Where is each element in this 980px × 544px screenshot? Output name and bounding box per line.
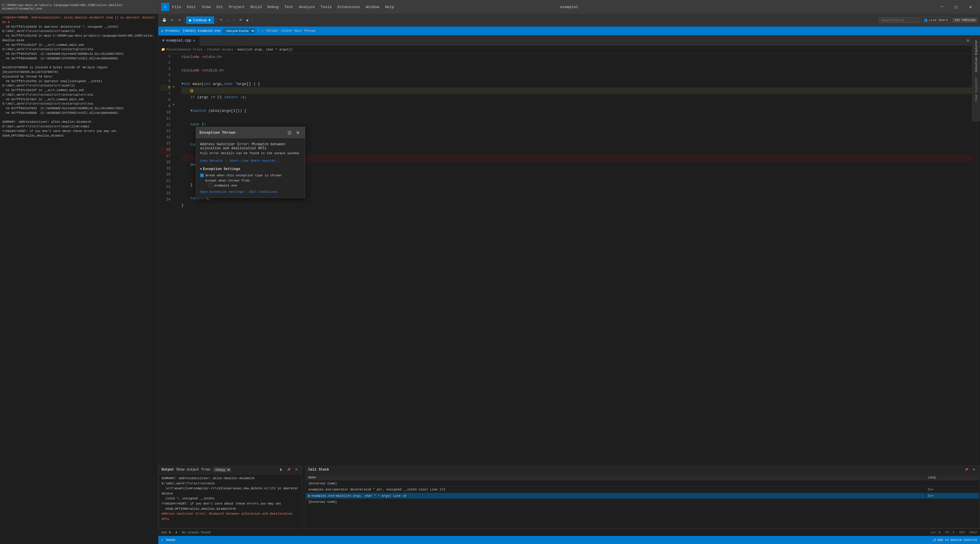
toolbar-redo[interactable]: ↪	[177, 16, 183, 24]
spc[interactable]: SPC	[959, 531, 965, 534]
step-into[interactable]: ↓	[225, 16, 230, 24]
callstack-cell: [External Code]	[306, 481, 925, 487]
line-col[interactable]: Ln: 6	[931, 531, 940, 534]
line-num: 7	[161, 91, 170, 97]
stop[interactable]: ■	[245, 16, 250, 24]
output-close[interactable]: ✕	[293, 466, 299, 473]
except-when-label: Except when thrown from:	[205, 179, 301, 182]
search-input[interactable]	[879, 17, 919, 23]
thread-label: Thread: [8184] Main Thread	[266, 29, 315, 33]
issues-label[interactable]: No issues found	[182, 531, 210, 534]
breadcrumb-misc[interactable]: Miscellaneous Files	[166, 48, 202, 51]
restart[interactable]: ↺	[237, 16, 243, 24]
process-select[interactable]: Lifecycle Events	[223, 28, 255, 34]
gutter-row	[173, 60, 178, 66]
menu-view[interactable]: View	[199, 4, 213, 10]
char-col[interactable]: Ch: 5	[945, 531, 955, 534]
output-pin[interactable]: 📌	[285, 466, 292, 473]
minimize-button[interactable]: ─	[935, 0, 948, 14]
menu-edit[interactable]: Edit	[184, 4, 199, 10]
open-exception-settings-link[interactable]: Open Exception Settings	[200, 190, 244, 194]
line-num: 13	[161, 128, 170, 134]
step-over[interactable]: ↷	[218, 16, 224, 24]
line-num: 4	[161, 72, 170, 79]
menu-project[interactable]: Project	[226, 4, 248, 10]
callstack-row-active[interactable]: ▶example1.exe!main(int argc, char * * ar…	[306, 493, 979, 499]
exception-footer: Open Exception Settings | Edit Condition…	[200, 190, 301, 194]
edit-conditions-link[interactable]: Edit Conditions	[249, 190, 278, 194]
toolbar-sep1	[184, 17, 185, 23]
callstack-cell: ▶example1.exe!main(int argc, char * * ar…	[306, 493, 925, 499]
crlf[interactable]: CRLF	[970, 531, 977, 534]
restore-button[interactable]: ◻	[950, 0, 963, 14]
breadcrumb-function[interactable]: main(int argc, char * argv[])	[237, 48, 293, 51]
step-out[interactable]: ↑	[231, 16, 236, 24]
statusbar-ready[interactable]: Ready	[166, 538, 176, 542]
code-line-5: ▼int main(int argc,char *argv[] ) {	[181, 81, 973, 87]
fold-arrow-5[interactable]: ▼	[173, 85, 178, 90]
menu-extensions[interactable]: Extensions	[335, 4, 363, 10]
popup-pin-button[interactable]: ⊡	[286, 129, 293, 136]
menu-window[interactable]: Window	[363, 4, 382, 10]
menu-test[interactable]: Test	[282, 4, 296, 10]
code-content[interactable]: #include <stdio.h> #include <stdlib.h> ▼…	[178, 54, 976, 485]
titlebar: ⚡ File Edit View Git Project Build Debug…	[158, 0, 980, 14]
line-num: 11	[161, 116, 170, 122]
output-source-select[interactable]: Debug	[213, 467, 231, 472]
callstack-row[interactable]: [External Code]	[306, 481, 979, 487]
live-share-session-link[interactable]: Start Live Share session...	[229, 159, 281, 163]
statusbar-right: ⎇ Add to Source Control	[932, 538, 977, 542]
line-num: 19	[161, 166, 170, 172]
popup-close-button[interactable]: ✕	[294, 129, 301, 136]
menu-help[interactable]: Help	[382, 4, 397, 10]
output-content: SUMMARY: AddressSanitizer: alloc-dealloc…	[159, 474, 302, 523]
callstack-title: Call Stack	[308, 467, 329, 472]
line-num: 2	[161, 60, 170, 66]
callstack-pin[interactable]: 📌	[963, 466, 970, 473]
team-explorer-tab[interactable]: Team Explorer	[974, 75, 979, 104]
split-editor[interactable]: ⊡	[965, 37, 971, 44]
callstack-row[interactable]: [External Code]	[306, 499, 979, 505]
tab-close-button[interactable]: ✕	[193, 38, 195, 43]
fold-arrow-9[interactable]: ▼	[173, 102, 178, 107]
menu-tools[interactable]: Tools	[318, 4, 335, 10]
breadcrumb-scope[interactable]: (Global Scope)	[207, 48, 233, 51]
code-line-6	[181, 87, 973, 94]
example-exe-checkbox[interactable]	[209, 183, 212, 187]
link-separator2: |	[246, 190, 248, 194]
gutter-row	[173, 120, 178, 126]
tab-example1[interactable]: ⊞ example1.cpp ✕	[158, 35, 199, 46]
source-control-icon: ⎇	[932, 538, 936, 542]
callstack-cell: [External Code]	[306, 499, 925, 505]
menu-git[interactable]: Git	[214, 4, 226, 10]
folder-icon: 📁	[161, 48, 165, 51]
toolbar-undo[interactable]: ↩	[169, 16, 175, 24]
menu-analyze[interactable]: Analyze	[296, 4, 318, 10]
zoom-level[interactable]: 111 %	[161, 531, 171, 534]
menu-build[interactable]: Build	[248, 4, 264, 10]
close-button[interactable]: ✕	[964, 0, 977, 14]
output-clear[interactable]: 🗑	[278, 466, 284, 473]
solution-explorer-tab[interactable]: Solution Explorer	[974, 37, 979, 74]
line-num: 1	[161, 54, 170, 60]
break-when-thrown-checkbox[interactable]: ✓	[200, 174, 204, 177]
exception-popup: Exception Thrown ⊡ ✕ Address Sanitizer E…	[196, 127, 305, 198]
continue-button[interactable]: ▶ Continue ▼	[186, 16, 214, 24]
term-line: 0x11b7c6780550 is located 0 bytes inside…	[2, 65, 156, 75]
gutter-row	[173, 114, 178, 120]
callstack-close[interactable]: ✕	[971, 466, 977, 473]
term-line	[2, 61, 156, 66]
copy-details-link[interactable]: Copy Details	[200, 159, 223, 163]
line-num: 3	[161, 66, 170, 72]
example-exe-row: example1.exe	[209, 183, 301, 187]
add-to-source-label[interactable]: Add to Source Control	[937, 538, 977, 542]
terminal-panel: C:\MSDN\cpp-docs-pr\docs\c-language\ASAN…	[0, 0, 158, 544]
menu-debug[interactable]: Debug	[264, 4, 282, 10]
live-share-button[interactable]: 👥 Live Share	[921, 17, 950, 23]
term-line: #0 0x7ff67c316782 in operator new[](unsi…	[2, 79, 156, 88]
line-numbers: 1 2 3 4 5 6 7 8 9 10 11 12 13 14 15 16 1…	[158, 54, 173, 485]
callstack-row[interactable]: example1.exe!operator delete(void * ptr,…	[306, 487, 979, 493]
gutter-row	[173, 72, 178, 79]
toolbar-save[interactable]: 💾	[161, 16, 168, 24]
menu-file[interactable]: File	[169, 4, 184, 10]
